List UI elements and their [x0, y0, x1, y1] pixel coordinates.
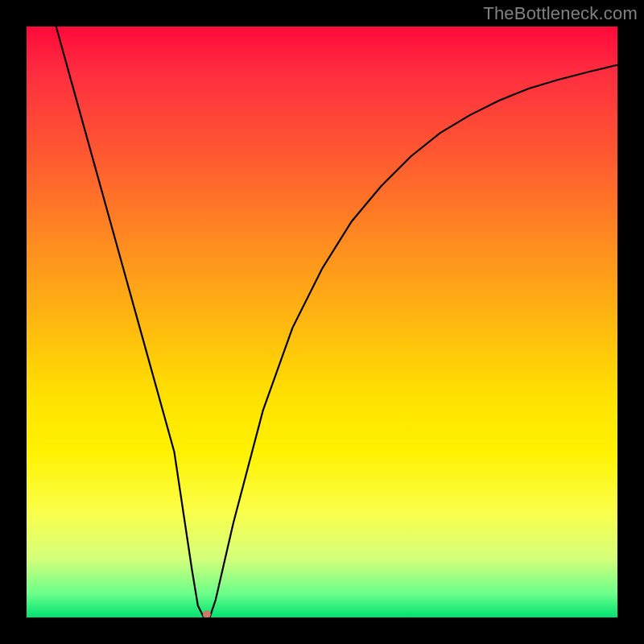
watermark-text: TheBottleneck.com [483, 3, 638, 24]
optimum-marker [203, 610, 211, 617]
chart-frame: TheBottleneck.com [0, 0, 644, 644]
plot-area [27, 27, 617, 617]
bottleneck-curve [27, 27, 617, 617]
curve-path [56, 27, 617, 617]
